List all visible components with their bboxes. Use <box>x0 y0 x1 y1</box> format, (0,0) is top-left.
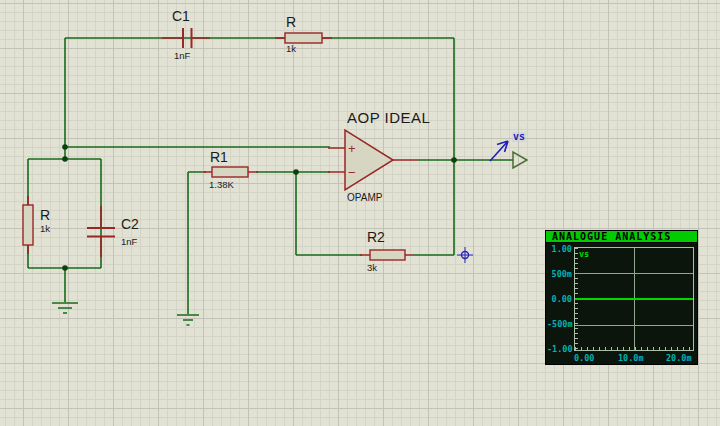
resistor-r-left[interactable] <box>23 205 33 245</box>
r-top-ref-label[interactable]: R <box>286 15 296 29</box>
c2-value-label[interactable]: 1nF <box>121 237 137 247</box>
r1-ref-label[interactable]: R1 <box>210 150 228 164</box>
output-terminal[interactable] <box>513 152 527 168</box>
y-tick-500m: 500m <box>547 270 572 279</box>
y-tick-0: 0.00 <box>547 295 572 304</box>
resistor-r-top[interactable] <box>285 33 322 43</box>
c1-ref-label[interactable]: C1 <box>172 9 190 23</box>
opamp-plus-pin: + <box>348 141 356 156</box>
analysis-plot-area[interactable]: vs <box>574 247 694 351</box>
r2-value-label[interactable]: 3k <box>367 263 377 273</box>
opamp-model-label[interactable]: OPAMP <box>347 193 382 203</box>
r-top-value-label[interactable]: 1k <box>286 44 296 54</box>
opamp-body[interactable] <box>345 130 393 190</box>
x-tick-10m: 10.0m <box>618 354 644 363</box>
r-left-value-label[interactable]: 1k <box>40 224 50 234</box>
ground-symbol[interactable] <box>52 303 78 313</box>
opamp-minus-pin: − <box>348 165 356 180</box>
r2-ref-label[interactable]: R2 <box>367 230 385 244</box>
y-tick-n1: -1.00 <box>547 345 572 354</box>
ground-symbol[interactable] <box>177 315 199 325</box>
trace-legend-vs: vs <box>579 250 589 259</box>
analysis-titlebar[interactable]: ANALOGUE ANALYSIS <box>546 231 697 243</box>
resistor-r2[interactable] <box>370 250 405 260</box>
voltage-probe-icon[interactable] <box>490 141 508 161</box>
opamp-ref-label[interactable]: AOP IDEAL <box>347 110 430 125</box>
c1-value-label[interactable]: 1nF <box>174 51 190 61</box>
schematic-canvas[interactable]: + − C1 1nF R 1k R 1k C2 1nF R1 1.38K R2 … <box>0 0 720 426</box>
y-tick-1: 1.00 <box>547 245 572 254</box>
r-left-ref-label[interactable]: R <box>40 208 50 222</box>
probe-vs-label[interactable]: vs <box>512 132 526 142</box>
y-tick-n500m: -500m <box>547 320 572 329</box>
r1-value-label[interactable]: 1.38K <box>209 180 234 190</box>
vs-trace <box>575 298 693 300</box>
cursor-crosshair-icon <box>457 247 473 263</box>
x-tick-20m: 20.0m <box>666 354 692 363</box>
wire-network[interactable] <box>28 38 513 314</box>
analogue-analysis-window[interactable]: ANALOGUE ANALYSIS vs 1.00 500m 0.00 -500… <box>545 230 698 365</box>
x-tick-0: 0.00 <box>574 354 594 363</box>
resistor-r1[interactable] <box>212 167 248 177</box>
c2-ref-label[interactable]: C2 <box>121 217 139 231</box>
